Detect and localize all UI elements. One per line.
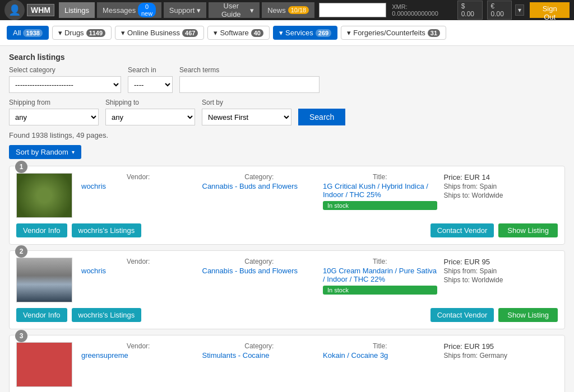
vendor-info-button[interactable]: Vendor Info	[16, 308, 67, 322]
category-link[interactable]: Stimulants - Cocaine	[202, 351, 317, 360]
tab-software[interactable]: ▾ Software 40	[207, 26, 270, 40]
title-label: Title:	[323, 342, 437, 350]
show-listing-button[interactable]: Show Listing	[498, 223, 558, 237]
tab-services[interactable]: ▾ Services 269	[273, 26, 337, 40]
contact-vendor-button[interactable]: Contact Vendor	[430, 223, 494, 237]
shipping-from-select[interactable]: any	[9, 109, 99, 125]
title-label: Title:	[323, 258, 437, 265]
tab-services-label: Services	[285, 29, 313, 37]
actions-right: Contact Vendor Show Listing	[430, 223, 558, 237]
search-in-label: Search in	[128, 66, 173, 74]
nav-news-button[interactable]: News 10/18	[262, 2, 314, 18]
nav-search-input[interactable]	[319, 3, 386, 17]
title-link[interactable]: 1G Critical Kush / Hybrid Indica / Indoo…	[323, 182, 437, 199]
search-title: Search listings	[9, 53, 565, 62]
ships-to: Ships to: Worldwide	[444, 192, 558, 199]
vendor-listings-button[interactable]: wochris's Listings	[72, 308, 142, 322]
sort-random-button[interactable]: Sort by Random ▾	[9, 145, 81, 159]
sort-random-label: Sort by Random	[16, 148, 68, 156]
tab-drugs[interactable]: ▾ Drugs 1149	[52, 26, 112, 40]
tab-drugs-caret: ▾	[58, 29, 62, 37]
logo-avatar: 👤	[4, 0, 25, 20]
eur-balance: € 0.00	[487, 1, 512, 20]
nav-userguide-button[interactable]: User Guide ▾	[209, 2, 260, 18]
category-link[interactable]: Cannabis - Buds and Flowers	[202, 267, 317, 275]
nav-support-label: Support	[169, 6, 195, 15]
tab-forgeries[interactable]: ▾ Forgeries/Counterfeits 31	[341, 26, 446, 40]
title-link[interactable]: Kokain / Cocaine 3g	[323, 351, 437, 360]
price-col: Price: EUR 95 Ships from: Spain Ships to…	[444, 258, 558, 295]
status-badge: In stock	[323, 286, 437, 295]
vendor-link[interactable]: greensupreme	[81, 351, 196, 360]
tab-all[interactable]: All 1938	[7, 26, 49, 40]
show-listing-button[interactable]: Show Listing	[498, 308, 558, 322]
price-value: EUR 14	[464, 173, 490, 181]
price-value: EUR 195	[464, 342, 494, 351]
search-in-select[interactable]: ----	[128, 76, 173, 93]
search-row-1: Select category ------------------------…	[9, 66, 565, 93]
nav-listings-button[interactable]: Listings	[59, 2, 95, 18]
listing-inner: Vendor: greensupreme Category: Stimulant…	[16, 342, 558, 387]
vendor-listings-button[interactable]: wochris's Listings	[72, 223, 142, 237]
vendor-label: Vendor:	[81, 258, 196, 265]
nav-support-button[interactable]: Support ▾	[164, 2, 207, 18]
category-label: Category:	[202, 258, 317, 265]
tab-drugs-count: 1149	[86, 29, 105, 37]
nav-messages-button[interactable]: Messages 0 new	[97, 2, 161, 18]
category-label: Category:	[202, 342, 317, 350]
listing-inner: Vendor: wochris Category: Cannabis - Bud…	[16, 258, 558, 302]
category-select[interactable]: ------------------------	[9, 76, 121, 93]
contact-vendor-button[interactable]: Contact Vendor	[430, 308, 494, 322]
nav-userguide-label: User Guide	[214, 2, 248, 18]
title-col: Title: 10G Cream Mandarin / Pure Sativa …	[323, 258, 437, 295]
category-link[interactable]: Cannabis - Buds and Flowers	[202, 182, 317, 190]
cocaine-thumbnail	[17, 343, 72, 386]
sort-random-caret: ▾	[72, 149, 75, 155]
search-terms-group: Search terms	[179, 66, 320, 93]
tab-online-business[interactable]: ▾ Online Business 467	[115, 26, 204, 40]
currency-dropdown-button[interactable]: ▾	[515, 4, 524, 16]
shipping-to-label: Shipping to	[105, 99, 195, 106]
search-button[interactable]: Search	[298, 109, 345, 125]
listing-details: Vendor: wochris Category: Cannabis - Bud…	[81, 258, 558, 295]
search-terms-input[interactable]	[179, 76, 320, 93]
nav-messages-label: Messages	[103, 6, 136, 15]
vendor-link[interactable]: wochris	[81, 267, 196, 275]
category-label: Category:	[202, 173, 317, 181]
category-col: Category: Cannabis - Buds and Flowers	[202, 173, 317, 210]
signout-button[interactable]: Sign Out	[530, 2, 570, 18]
tab-software-count: 40	[251, 29, 263, 37]
tab-drugs-label: Drugs	[64, 29, 84, 37]
listing-actions: Vendor Info wochris's Listings Contact V…	[16, 308, 558, 322]
vendor-link[interactable]: wochris	[81, 182, 196, 190]
cannabis-thumbnail	[17, 174, 72, 217]
sort-by-select[interactable]: Newest First	[202, 109, 291, 125]
tab-online-caret: ▾	[121, 29, 125, 37]
tab-services-caret: ▾	[279, 29, 283, 37]
search-row-2: Shipping from any Shipping to any Sort b…	[9, 99, 565, 125]
search-terms-label: Search terms	[179, 66, 320, 74]
price-col: Price: EUR 195 Ships from: Germany	[444, 342, 558, 360]
category-col: Category: Stimulants - Cocaine	[202, 342, 317, 360]
shipping-from-label: Shipping from	[9, 99, 99, 106]
news-badge: 10/18	[288, 6, 309, 14]
shipping-to-group: Shipping to any	[105, 99, 195, 125]
price-label: Price: EUR 95	[444, 258, 558, 266]
nav-support-caret: ▾	[197, 6, 201, 15]
tab-forgeries-label: Forgeries/Counterfeits	[353, 29, 425, 37]
listing-image	[16, 342, 72, 387]
ships-from: Ships from: Germany	[444, 352, 558, 360]
search-section: Search listings Select category --------…	[9, 53, 565, 159]
shipping-to-select[interactable]: any	[105, 109, 195, 125]
price-value: EUR 95	[464, 258, 490, 266]
listing-image	[16, 173, 72, 218]
title-link[interactable]: 10G Cream Mandarin / Pure Sativa / Indoo…	[323, 267, 437, 283]
category-group: Select category ------------------------	[9, 66, 121, 93]
vendor-info-button[interactable]: Vendor Info	[16, 223, 67, 237]
vendor-label: Vendor:	[81, 342, 196, 350]
listing-number: 2	[15, 245, 27, 258]
tab-forgeries-caret: ▾	[347, 29, 351, 37]
nav-news-label: News	[267, 6, 286, 15]
listing-number: 1	[15, 161, 27, 173]
tab-forgeries-count: 31	[428, 29, 440, 37]
